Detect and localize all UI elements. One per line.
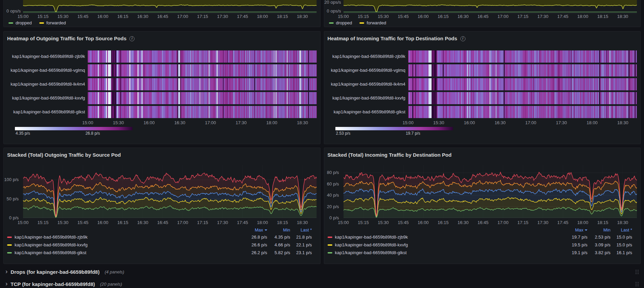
time-axis: 15:0015:1515:3015:4516:0016:1516:3016:45… <box>344 220 637 225</box>
legend-last-value: 21.8 p/s <box>290 235 315 240</box>
y-axis-tick-label: 50 p/s <box>7 197 19 201</box>
chart-area: 15:0015:1515:3015:4516:0016:1516:3016:45… <box>344 165 637 227</box>
legend-max-value: 26.8 p/s <box>237 235 267 240</box>
y-axis: 0 p/s20 p/s40 p/s60 p/s80 p/s <box>324 165 341 218</box>
time-tick-label: 15:15 <box>38 220 49 225</box>
expand-chevron-icon: › <box>5 280 7 287</box>
info-icon[interactable]: i <box>129 36 134 41</box>
legend-series-toggle[interactable]: kap1/kapinger-bad-6659b89fd8-kxvfg <box>7 242 237 247</box>
grafana-dashboard: 15:0015:1515:3015:4516:0016:1516:3016:45… <box>0 0 644 288</box>
time-tick-label: 17:00 <box>177 220 188 225</box>
scale-min-label: 4.35 p/s <box>16 131 30 136</box>
panel-stacked-incoming: Stacked (Total) Incoming Traffic by Dest… <box>324 148 641 264</box>
time-tick-label: 16:00 <box>464 120 475 125</box>
time-tick-label: 16:00 <box>418 14 429 19</box>
time-tick-label: 15:00 <box>18 14 29 19</box>
legend-sort-min[interactable]: Min <box>587 227 610 232</box>
panel-heatmap-incoming: Heatmap of Incoming Traffic for Top Dest… <box>324 31 641 144</box>
stacked-chart-canvas[interactable] <box>23 165 317 218</box>
legend-item-dropped[interactable]: dropped <box>329 20 352 25</box>
legend-last-value: 15.0 p/s <box>610 242 636 247</box>
legend-item-forwarded[interactable]: forwarded <box>359 20 386 25</box>
time-tick-label: 15:45 <box>77 14 88 19</box>
info-icon[interactable]: i <box>460 36 465 41</box>
time-tick-label: 15:45 <box>398 220 409 225</box>
legend: dropped forwarded <box>8 20 66 25</box>
time-tick-label: 18:15 <box>277 14 288 19</box>
time-tick-label: 16:30 <box>458 220 469 225</box>
panel-title-text: Heatmap of Outgoing Traffic for Top Sour… <box>7 36 126 42</box>
time-axis: 15:0015:1515:3015:4516:0016:1516:3016:45… <box>23 220 317 225</box>
legend-sort-min[interactable]: Min <box>267 227 290 232</box>
legend-swatch-icon <box>328 252 332 253</box>
legend-row: kap1/kapinger-bad-6659b89fd8-zjb9k 26.8 … <box>7 233 315 241</box>
legend-series-toggle[interactable]: kap1/kapinger-bad-6659b89fd8-glkst <box>328 250 557 255</box>
timeseries-chart-canvas[interactable] <box>344 0 637 14</box>
legend-last-value: 22.1 p/s <box>290 242 315 247</box>
time-tick-label: 18:30 <box>297 120 308 125</box>
collapsed-row-panel-count: (20 panels) <box>100 282 122 287</box>
time-tick-label: 15:30 <box>58 14 69 19</box>
time-axis: 15:0015:3016:0016:3017:0017:3018:0018:30 <box>408 120 637 126</box>
heatmap-chart-canvas[interactable] <box>88 50 317 118</box>
time-tick-label: 15:30 <box>378 14 389 19</box>
legend-sort-last[interactable]: Last * <box>610 227 636 232</box>
collapsed-row-tcp[interactable]: › TCP (for kapinger-bad-6659b89fd8) (20 … <box>3 279 641 288</box>
heatmap-row-label: kap1/kapinger-bad-6659b89fd8-glkst <box>328 106 406 118</box>
legend-swatch-icon <box>359 22 364 24</box>
legend-max-value: 19.5 p/s <box>557 242 587 247</box>
timeseries-chart-canvas[interactable] <box>23 0 317 14</box>
legend-item-dropped[interactable]: dropped <box>8 20 32 25</box>
panel-stacked-outgoing: Stacked (Total) Outgoing Traffic by Sour… <box>3 148 320 264</box>
row-drag-handle[interactable] <box>635 269 639 274</box>
panel-title[interactable]: Heatmap of Outgoing Traffic for Top Sour… <box>4 31 320 42</box>
heatmap-chart-canvas[interactable] <box>408 50 637 118</box>
legend-series-toggle[interactable]: kap1/kapinger-bad-6659b89fd8-glkst <box>7 250 237 255</box>
time-tick-label: 18:00 <box>257 14 268 19</box>
legend-series-toggle[interactable]: kap1/kapinger-bad-6659b89fd8-kxvfg <box>328 242 557 247</box>
stacked-chart-canvas[interactable] <box>344 165 637 218</box>
legend-sort-max[interactable]: Max <box>557 227 587 232</box>
time-tick-label: 16:45 <box>478 14 489 19</box>
time-tick-label: 16:00 <box>97 220 108 225</box>
time-tick-label: 17:00 <box>497 14 508 19</box>
row-drag-handle[interactable] <box>635 281 639 287</box>
color-scale: 2.53 p/s 19.7 p/s <box>335 127 453 136</box>
time-tick-label: 18:15 <box>277 220 288 225</box>
panel-title[interactable]: Stacked (Total) Incoming Traffic by Dest… <box>324 148 641 158</box>
collapsed-row-panel-count: (4 panels) <box>105 269 124 274</box>
sort-max-label: Max <box>255 227 263 232</box>
legend-min-value: 5.82 p/s <box>267 250 290 255</box>
scale-max-label: 19.7 p/s <box>406 131 420 136</box>
legend-series-toggle[interactable]: kap1/kapinger-bad-6659b89fd8-zjb9k <box>328 235 557 240</box>
legend-last-value: 16.1 p/s <box>610 250 636 255</box>
panel-title[interactable]: Stacked (Total) Outgoing Traffic by Sour… <box>4 148 320 158</box>
legend-sort-last[interactable]: Last * <box>290 227 315 232</box>
legend-min-value: 4.35 p/s <box>267 235 290 240</box>
heatmap-row-label: kap1/kapinger-bad-6659b89fd8-lk4m4 <box>328 78 406 90</box>
y-axis-tick-label: 40 p/s <box>327 193 339 197</box>
legend-sort-max[interactable]: Max <box>237 227 267 232</box>
legend-max-value: 19.1 p/s <box>557 250 587 255</box>
heatmap-row-label: kap1/kapinger-bad-6659b89fd8-vglmq <box>328 64 406 76</box>
time-tick-label: 18:00 <box>587 120 598 125</box>
legend-series-name: kap1/kapinger-bad-6659b89fd8-zjb9k <box>335 235 408 240</box>
legend-row: kap1/kapinger-bad-6659b89fd8-kxvfg 26.6 … <box>7 241 315 249</box>
legend-series-name: kap1/kapinger-bad-6659b89fd8-zjb9k <box>15 235 87 240</box>
heatmap-y-axis: kap1/kapinger-bad-6659b89fd8-zjb9kkap1/k… <box>328 50 406 120</box>
panel-title-text: Stacked (Total) Incoming Traffic by Dest… <box>328 152 452 158</box>
legend-series-name: kap1/kapinger-bad-6659b89fd8-kxvfg <box>335 242 408 247</box>
time-tick-label: 15:00 <box>402 120 414 125</box>
legend-swatch-icon <box>7 237 12 238</box>
legend-series-toggle[interactable]: kap1/kapinger-bad-6659b89fd8-zjb9k <box>7 235 237 240</box>
heatmap-row-label: kap1/kapinger-bad-6659b89fd8-kxvfg <box>328 92 406 104</box>
y-axis-tick-label: 0 p/s <box>329 216 339 220</box>
legend-item-forwarded[interactable]: forwarded <box>39 20 66 25</box>
time-tick-label: 16:45 <box>478 220 489 225</box>
time-tick-label: 15:45 <box>77 220 88 225</box>
heatmap-row-label: kap1/kapinger-bad-6659b89fd8-zjb9k <box>328 50 406 63</box>
legend-max-value: 26.6 p/s <box>237 242 267 247</box>
color-scale: 4.35 p/s 26.8 p/s <box>15 127 132 136</box>
panel-title[interactable]: Heatmap of Incoming Traffic for Top Dest… <box>324 31 641 42</box>
collapsed-row-drops[interactable]: › Drops (for kapinger-bad-6659b89fd8) (4… <box>3 267 641 277</box>
